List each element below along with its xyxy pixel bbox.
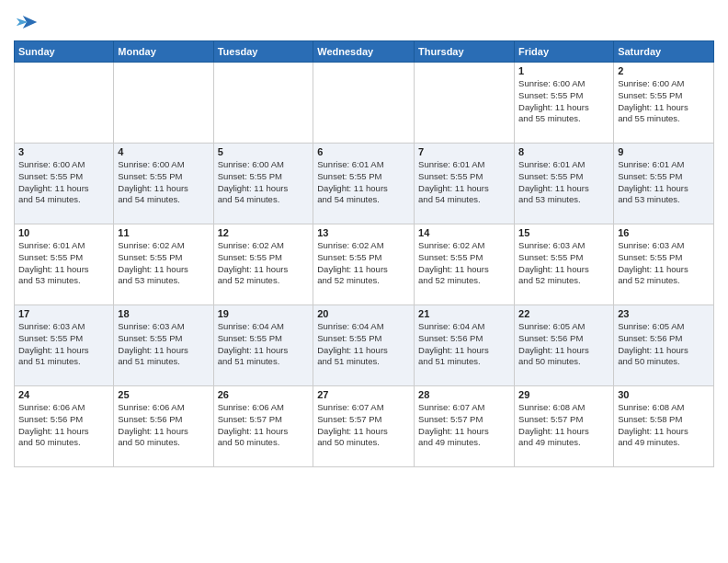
day-number: 1	[518, 65, 609, 76]
day-number: 7	[418, 146, 510, 157]
day-number: 12	[218, 227, 310, 238]
day-cell: 11Sunrise: 6:02 AM Sunset: 5:55 PM Dayli…	[114, 224, 213, 305]
day-number: 18	[118, 308, 209, 319]
header	[14, 9, 714, 35]
day-cell: 4Sunrise: 6:00 AM Sunset: 5:55 PM Daylig…	[114, 144, 213, 224]
day-number: 28	[418, 389, 510, 400]
day-info: Sunrise: 6:03 AM Sunset: 5:55 PM Dayligh…	[618, 240, 710, 287]
day-info: Sunrise: 6:07 AM Sunset: 5:57 PM Dayligh…	[418, 402, 510, 449]
day-info: Sunrise: 6:02 AM Sunset: 5:55 PM Dayligh…	[118, 240, 209, 287]
calendar-header: SundayMondayTuesdayWednesdayThursdayFrid…	[15, 41, 714, 63]
day-cell: 21Sunrise: 6:04 AM Sunset: 5:56 PM Dayli…	[415, 305, 515, 386]
day-number: 8	[518, 146, 609, 157]
day-cell: 16Sunrise: 6:03 AM Sunset: 5:55 PM Dayli…	[614, 224, 714, 305]
day-cell: 3Sunrise: 6:00 AM Sunset: 5:55 PM Daylig…	[15, 144, 114, 224]
week-row-2: 10Sunrise: 6:01 AM Sunset: 5:55 PM Dayli…	[15, 224, 714, 305]
week-row-3: 17Sunrise: 6:03 AM Sunset: 5:55 PM Dayli…	[15, 305, 714, 386]
day-info: Sunrise: 6:01 AM Sunset: 5:55 PM Dayligh…	[317, 159, 410, 206]
day-cell: 12Sunrise: 6:02 AM Sunset: 5:55 PM Dayli…	[213, 224, 313, 305]
day-info: Sunrise: 6:00 AM Sunset: 5:55 PM Dayligh…	[18, 159, 109, 206]
day-info: Sunrise: 6:01 AM Sunset: 5:55 PM Dayligh…	[418, 159, 510, 206]
day-info: Sunrise: 6:06 AM Sunset: 5:56 PM Dayligh…	[18, 402, 109, 449]
day-number: 19	[218, 308, 310, 319]
day-info: Sunrise: 6:08 AM Sunset: 5:58 PM Dayligh…	[618, 402, 710, 449]
day-number: 5	[218, 146, 310, 157]
day-number: 29	[518, 389, 609, 400]
day-number: 24	[18, 389, 109, 400]
day-cell	[213, 63, 313, 144]
day-number: 10	[18, 227, 109, 238]
day-number: 6	[317, 146, 410, 157]
day-number: 9	[618, 146, 710, 157]
day-info: Sunrise: 6:04 AM Sunset: 5:55 PM Dayligh…	[317, 321, 410, 368]
day-info: Sunrise: 6:02 AM Sunset: 5:55 PM Dayligh…	[317, 240, 410, 287]
day-cell: 27Sunrise: 6:07 AM Sunset: 5:57 PM Dayli…	[313, 386, 415, 467]
day-number: 25	[118, 389, 209, 400]
weekday-header-tuesday: Tuesday	[213, 41, 313, 63]
day-number: 15	[518, 227, 609, 238]
day-cell: 15Sunrise: 6:03 AM Sunset: 5:55 PM Dayli…	[515, 224, 614, 305]
day-number: 2	[618, 65, 710, 76]
logo-icon	[14, 9, 40, 35]
day-cell: 18Sunrise: 6:03 AM Sunset: 5:55 PM Dayli…	[114, 305, 213, 386]
day-cell: 17Sunrise: 6:03 AM Sunset: 5:55 PM Dayli…	[15, 305, 114, 386]
logo	[14, 9, 43, 35]
day-info: Sunrise: 6:03 AM Sunset: 5:55 PM Dayligh…	[118, 321, 209, 368]
day-info: Sunrise: 6:03 AM Sunset: 5:55 PM Dayligh…	[18, 321, 109, 368]
day-info: Sunrise: 6:03 AM Sunset: 5:55 PM Dayligh…	[518, 240, 609, 287]
day-cell: 25Sunrise: 6:06 AM Sunset: 5:56 PM Dayli…	[114, 386, 213, 467]
day-cell: 29Sunrise: 6:08 AM Sunset: 5:57 PM Dayli…	[515, 386, 614, 467]
day-cell: 9Sunrise: 6:01 AM Sunset: 5:55 PM Daylig…	[614, 144, 714, 224]
weekday-header-wednesday: Wednesday	[313, 41, 415, 63]
day-cell: 22Sunrise: 6:05 AM Sunset: 5:56 PM Dayli…	[515, 305, 614, 386]
day-cell: 13Sunrise: 6:02 AM Sunset: 5:55 PM Dayli…	[313, 224, 415, 305]
day-number: 20	[317, 308, 410, 319]
day-info: Sunrise: 6:00 AM Sunset: 5:55 PM Dayligh…	[118, 159, 209, 206]
day-info: Sunrise: 6:07 AM Sunset: 5:57 PM Dayligh…	[317, 402, 410, 449]
day-cell: 7Sunrise: 6:01 AM Sunset: 5:55 PM Daylig…	[415, 144, 515, 224]
day-number: 4	[118, 146, 209, 157]
weekday-header-thursday: Thursday	[415, 41, 515, 63]
day-info: Sunrise: 6:08 AM Sunset: 5:57 PM Dayligh…	[518, 402, 609, 449]
day-cell: 10Sunrise: 6:01 AM Sunset: 5:55 PM Dayli…	[15, 224, 114, 305]
day-info: Sunrise: 6:05 AM Sunset: 5:56 PM Dayligh…	[618, 321, 710, 368]
day-info: Sunrise: 6:00 AM Sunset: 5:55 PM Dayligh…	[518, 78, 609, 125]
day-number: 14	[418, 227, 510, 238]
calendar: SundayMondayTuesdayWednesdayThursdayFrid…	[14, 40, 714, 467]
day-cell	[114, 63, 213, 144]
day-info: Sunrise: 6:01 AM Sunset: 5:55 PM Dayligh…	[518, 159, 609, 206]
day-info: Sunrise: 6:01 AM Sunset: 5:55 PM Dayligh…	[18, 240, 109, 287]
day-info: Sunrise: 6:02 AM Sunset: 5:55 PM Dayligh…	[418, 240, 510, 287]
day-number: 13	[317, 227, 410, 238]
day-cell: 8Sunrise: 6:01 AM Sunset: 5:55 PM Daylig…	[515, 144, 614, 224]
day-info: Sunrise: 6:05 AM Sunset: 5:56 PM Dayligh…	[518, 321, 609, 368]
day-cell: 28Sunrise: 6:07 AM Sunset: 5:57 PM Dayli…	[415, 386, 515, 467]
weekday-header-sunday: Sunday	[15, 41, 114, 63]
day-number: 30	[618, 389, 710, 400]
day-info: Sunrise: 6:00 AM Sunset: 5:55 PM Dayligh…	[618, 78, 710, 125]
day-cell: 30Sunrise: 6:08 AM Sunset: 5:58 PM Dayli…	[614, 386, 714, 467]
weekday-header-saturday: Saturday	[614, 41, 714, 63]
day-cell	[313, 63, 415, 144]
day-cell: 6Sunrise: 6:01 AM Sunset: 5:55 PM Daylig…	[313, 144, 415, 224]
day-info: Sunrise: 6:06 AM Sunset: 5:56 PM Dayligh…	[118, 402, 209, 449]
day-cell: 5Sunrise: 6:00 AM Sunset: 5:55 PM Daylig…	[213, 144, 313, 224]
weekday-header-friday: Friday	[515, 41, 614, 63]
day-number: 3	[18, 146, 109, 157]
day-info: Sunrise: 6:04 AM Sunset: 5:55 PM Dayligh…	[218, 321, 310, 368]
day-cell: 1Sunrise: 6:00 AM Sunset: 5:55 PM Daylig…	[515, 63, 614, 144]
day-number: 11	[118, 227, 209, 238]
day-number: 27	[317, 389, 410, 400]
day-number: 22	[518, 308, 609, 319]
weekday-row: SundayMondayTuesdayWednesdayThursdayFrid…	[15, 41, 714, 63]
day-cell: 14Sunrise: 6:02 AM Sunset: 5:55 PM Dayli…	[415, 224, 515, 305]
day-number: 26	[218, 389, 310, 400]
day-info: Sunrise: 6:02 AM Sunset: 5:55 PM Dayligh…	[218, 240, 310, 287]
day-cell: 19Sunrise: 6:04 AM Sunset: 5:55 PM Dayli…	[213, 305, 313, 386]
day-info: Sunrise: 6:01 AM Sunset: 5:55 PM Dayligh…	[618, 159, 710, 206]
day-info: Sunrise: 6:04 AM Sunset: 5:56 PM Dayligh…	[418, 321, 510, 368]
page: SundayMondayTuesdayWednesdayThursdayFrid…	[0, 0, 728, 563]
weekday-header-monday: Monday	[114, 41, 213, 63]
day-cell	[15, 63, 114, 144]
day-number: 16	[618, 227, 710, 238]
